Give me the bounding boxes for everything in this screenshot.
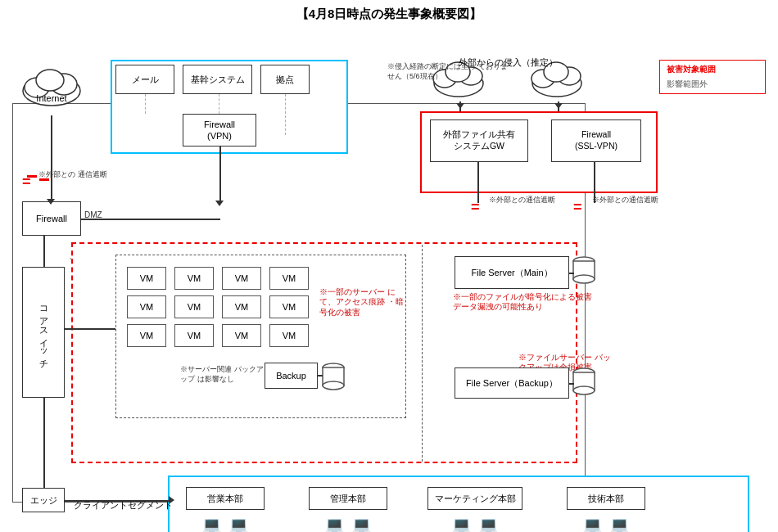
mail-box: メール — [115, 65, 174, 94]
firewall-ssl-box: Firewall (SSL-VPN) — [551, 119, 641, 162]
arrow-fs-backup-cyl — [569, 383, 574, 385]
note-ext-comm2: ※外部との通信遮断 — [489, 196, 555, 205]
note-ext-comm3: ※外部との通信遮断 — [592, 196, 658, 205]
vm-1-2: VM — [174, 267, 214, 290]
laptop-icon-5: 💻 — [451, 515, 472, 532]
line-fwssl-down — [594, 162, 595, 203]
vm-3-3: VM — [222, 324, 261, 347]
vm-2-1: VM — [127, 295, 166, 318]
dept4-area: 技術本部 💻 💻 — [561, 482, 651, 532]
svg-point-6 — [323, 381, 344, 390]
svg-point-12 — [573, 386, 595, 394]
edge-box: エッジ — [22, 488, 65, 512]
vm-2-2: VM — [174, 295, 214, 318]
block-sign-left: = — [22, 174, 31, 189]
file-server-backup-box: File Server（Backup） — [455, 367, 569, 399]
line-mail-fw — [145, 94, 146, 114]
laptop-icon-3: 💻 — [324, 515, 345, 532]
dept2-box: 管理本部 — [309, 487, 387, 510]
file-server-main-box: File Server（Main） — [455, 256, 569, 289]
backup-box: Backup — [265, 363, 318, 389]
legend-box: 被害対象範囲 影響範囲外 — [659, 60, 766, 94]
core-switch-box: コアスイッチ — [22, 267, 65, 398]
diagram-area: Internet メール 基幹システム 拠点 Firewall (VPN) Fi… — [4, 25, 774, 516]
arrow-coreswitch-edge — [43, 398, 45, 488]
firewall-vpn-box: Firewall (VPN) — [183, 114, 256, 147]
block-sign-right: = — [573, 199, 582, 216]
dept4-laptops: 💻 💻 — [582, 515, 630, 532]
core-system-box: 基幹システム — [183, 65, 252, 94]
dept1-box: 営業本部 — [186, 487, 265, 510]
vm-2-4: VM — [269, 295, 309, 318]
h-line-fw-main — [81, 219, 220, 220]
laptop-icon-1: 💻 — [201, 515, 222, 532]
branch-box: 拠点 — [260, 65, 310, 94]
page-title: 【4月8日時点の発生事象概要図】 — [0, 0, 778, 25]
backup-note-area: ※サーバー関連 バックアップ は影響なし — [180, 365, 266, 393]
h-line-cs-server — [65, 328, 115, 330]
dept2-laptops: 💻 💻 — [324, 515, 372, 532]
vm-1-1: VM — [127, 267, 166, 290]
internet-label: Internet — [36, 93, 66, 103]
laptop-icon-6: 💻 — [478, 515, 499, 532]
dept3-area: マーケティング本部 💻 💻 — [422, 482, 528, 532]
arrow-internet-fw — [51, 115, 52, 201]
note-backup-server2: ※サーバー関連 バックアップ は影響なし — [180, 365, 266, 384]
fs-main-cylinder — [572, 255, 595, 286]
backup-cylinder — [322, 361, 345, 392]
arrow-fw-coreswitch — [43, 236, 45, 267]
arrow-edge-client-head — [169, 496, 174, 504]
line-branch-fw — [285, 94, 286, 135]
note-ext-comm1: ※外部との 通信遮断 — [38, 170, 107, 180]
note-file-encrypt: ※一部のファイルが暗号化による被害 データ漏洩の可能性あり — [453, 292, 596, 313]
dept1-area: 営業本部 💻 💻 — [180, 482, 270, 532]
dept4-box: 技術本部 — [567, 487, 645, 510]
client-segment-label: クライアントセグメント — [74, 500, 173, 512]
dept2-area: 管理本部 💻 💻 — [303, 482, 393, 532]
dept1-laptops: 💻 💻 — [201, 515, 249, 532]
arrow-backup-cyl — [318, 375, 323, 376]
fs-backup-cylinder — [572, 366, 595, 397]
laptop-icon-7: 💻 — [582, 515, 603, 532]
legend-title: 被害対象範囲 — [667, 64, 758, 75]
laptop-icon-4: 💻 — [351, 515, 372, 532]
vm-3-1: VM — [127, 324, 166, 347]
vm-1-3: VM — [222, 267, 261, 290]
svg-point-3 — [36, 70, 64, 91]
vm-1-4: VM — [269, 267, 309, 290]
vm-3-4: VM — [269, 324, 309, 347]
arrow-fw-vpn-down-head — [215, 201, 224, 206]
dept3-box: マーケティング本部 — [427, 487, 522, 510]
arrow-edge-client — [65, 500, 171, 502]
line-extfile-down — [477, 162, 479, 203]
vm-2-3: VM — [222, 295, 261, 318]
arrow-fw-vpn-down — [219, 147, 221, 202]
external-file-box: 外部ファイル共有 システムGW — [430, 119, 528, 162]
svg-point-9 — [573, 275, 595, 283]
line-core-fw — [219, 94, 219, 114]
arrow-fs-main-cyl — [569, 273, 574, 274]
legend-sub: 影響範囲外 — [667, 79, 758, 90]
internet-cloud: Internet — [19, 60, 84, 113]
laptop-icon-8: 💻 — [609, 515, 630, 532]
arrow-internet-fw-head — [47, 199, 55, 205]
note-intrusion-path: ※侵入経路の断定には至っ ておりません（5/6現在） — [387, 62, 514, 81]
laptop-icon-2: 💻 — [228, 515, 249, 532]
vert-separator — [422, 245, 423, 462]
vm-3-2: VM — [174, 324, 214, 347]
note-vm-damage: ※一部のサーバー にて、アクセス痕跡 ・暗号化の被害 — [319, 287, 409, 318]
dept3-laptops: 💻 💻 — [451, 515, 499, 532]
firewall-main-box: Firewall — [22, 201, 81, 236]
